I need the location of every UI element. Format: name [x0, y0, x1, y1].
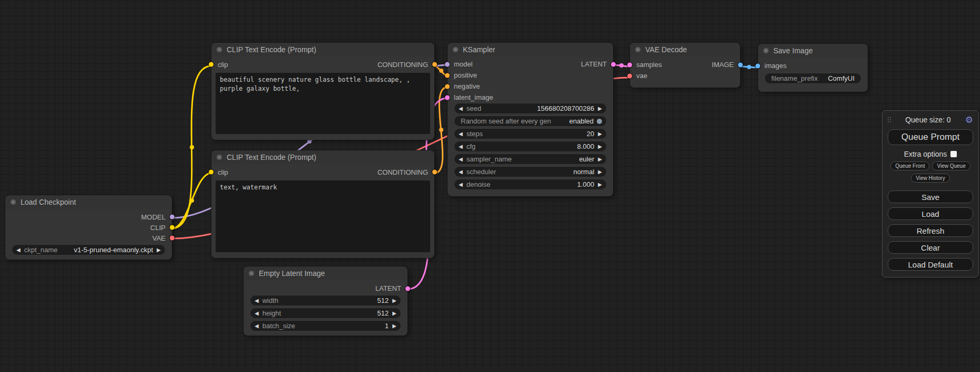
wire-midpoint-dot: [747, 65, 751, 69]
queue-front-button[interactable]: Queue Front: [890, 161, 929, 170]
widget-denoise[interactable]: ◀ denoise 1.000 ▶: [454, 179, 607, 190]
output-label-latent: LATENT: [581, 60, 607, 68]
widget-height[interactable]: ◀ height 512 ▶: [250, 308, 401, 319]
input-dot-clip[interactable]: [209, 62, 214, 67]
arrow-right-icon[interactable]: ▶: [598, 106, 602, 111]
toggle-dot[interactable]: [597, 119, 602, 124]
widget-scheduler[interactable]: ◀ scheduler normal ▶: [454, 166, 607, 177]
load-button[interactable]: Load: [888, 207, 973, 220]
input-dot-model[interactable]: [445, 62, 450, 66]
slot-row: MODEL: [5, 212, 172, 222]
output-dot-conditioning[interactable]: [432, 62, 437, 67]
input-dot-samples[interactable]: [627, 62, 632, 67]
output-dot-latent[interactable]: [611, 62, 616, 66]
node-title-bar[interactable]: KSampler: [448, 43, 613, 56]
collapse-dot[interactable]: [11, 199, 16, 205]
widget-width[interactable]: ◀ width 512 ▶: [250, 295, 401, 306]
arrow-right-icon[interactable]: ▶: [598, 169, 602, 175]
widget-control-after-generate[interactable]: Random seed after every gen enabled: [454, 116, 607, 127]
queue-prompt-button[interactable]: Queue Prompt: [888, 129, 973, 145]
node-title-bar[interactable]: Empty Latent Image: [244, 266, 407, 280]
arrow-left-icon[interactable]: ◀: [255, 323, 259, 329]
arrow-left-icon[interactable]: ◀: [459, 157, 463, 162]
output-label-vae: VAE: [152, 234, 166, 242]
widget-steps[interactable]: ◀ steps 20 ▶: [454, 128, 607, 139]
slot-row: CLIP: [5, 222, 172, 233]
input-dot-negative[interactable]: [445, 84, 450, 89]
input-dot-positive[interactable]: [445, 73, 450, 78]
arrow-left-icon[interactable]: ◀: [459, 144, 463, 149]
widget-value: normal: [574, 168, 595, 176]
arrow-right-icon[interactable]: ▶: [598, 182, 602, 187]
drag-handle-icon[interactable]: [888, 117, 889, 118]
input-dot-clip[interactable]: [209, 170, 214, 175]
output-dot-conditioning[interactable]: [432, 170, 437, 175]
widget-filename-prefix[interactable]: filename_prefix ComfyUI: [764, 73, 861, 84]
arrow-left-icon[interactable]: ◀: [459, 106, 463, 111]
positive-prompt-textarea[interactable]: beautiful scenery nature glass bottle la…: [216, 73, 430, 134]
arrow-left-icon[interactable]: ◀: [255, 298, 259, 303]
extra-options-checkbox[interactable]: [950, 151, 957, 157]
arrow-right-icon[interactable]: ▶: [598, 144, 602, 149]
view-queue-button[interactable]: View Queue: [932, 161, 970, 170]
widget-sampler-name[interactable]: ◀ sampler_name euler ▶: [454, 154, 607, 165]
arrow-right-icon[interactable]: ▶: [598, 131, 602, 137]
node-title-bar[interactable]: VAE Decode: [630, 43, 740, 56]
menu-header: Queue size: 0 ⚙: [888, 115, 973, 125]
input-dot-latent-image[interactable]: [445, 95, 450, 100]
widget-value: 512: [377, 309, 389, 317]
node-save-image[interactable]: Save Image images filename_prefix ComfyU…: [758, 44, 868, 92]
node-title-bar[interactable]: CLIP Text Encode (Prompt): [211, 43, 434, 56]
arrow-left-icon[interactable]: ◀: [255, 311, 259, 316]
collapse-dot[interactable]: [249, 271, 254, 276]
collapse-dot[interactable]: [635, 47, 641, 52]
node-empty-latent-image[interactable]: Empty Latent Image LATENT ◀ width 512 ▶ …: [244, 266, 407, 336]
output-dot-latent[interactable]: [405, 286, 410, 291]
save-button[interactable]: Save: [888, 190, 973, 203]
clear-button[interactable]: Clear: [888, 241, 973, 254]
node-clip-text-encode-negative[interactable]: CLIP Text Encode (Prompt) clip CONDITION…: [211, 150, 434, 258]
extra-options-row: Extra options: [888, 150, 973, 158]
arrow-left-icon[interactable]: ◀: [459, 131, 463, 137]
widget-value: 20: [587, 130, 594, 138]
node-title-bar[interactable]: CLIP Text Encode (Prompt): [211, 150, 434, 164]
slot-row: latent_image: [448, 92, 613, 103]
node-clip-text-encode-positive[interactable]: CLIP Text Encode (Prompt) clip CONDITION…: [211, 43, 434, 140]
graph-canvas[interactable]: Load Checkpoint MODEL CLIP VAE ◀ ckpt_na…: [0, 0, 980, 372]
wire-midpoint-dot: [307, 139, 312, 144]
output-dot-vae[interactable]: [170, 236, 174, 241]
widget-value: euler: [579, 155, 594, 163]
widget-batch-size[interactable]: ◀ batch_size 1 ▶: [250, 320, 401, 331]
widget-ckpt-name[interactable]: ◀ ckpt_name v1-5-pruned-emaonly.ckpt ▶: [12, 244, 166, 255]
input-dot-images[interactable]: [755, 63, 760, 68]
node-title-bar[interactable]: Load Checkpoint: [5, 195, 172, 209]
widget-seed[interactable]: ◀ seed 156680208700286 ▶: [454, 103, 607, 114]
collapse-dot[interactable]: [763, 48, 769, 53]
collapse-dot[interactable]: [217, 47, 222, 52]
arrow-right-icon[interactable]: ▶: [392, 298, 396, 303]
arrow-right-icon[interactable]: ▶: [157, 247, 161, 253]
input-dot-vae[interactable]: [627, 73, 632, 78]
arrow-right-icon[interactable]: ▶: [598, 157, 602, 162]
arrow-left-icon[interactable]: ◀: [459, 182, 463, 187]
widget-value: ComfyUI: [828, 74, 855, 82]
output-dot-clip[interactable]: [170, 225, 174, 230]
arrow-left-icon[interactable]: ◀: [459, 169, 463, 175]
negative-prompt-textarea[interactable]: text, watermark: [216, 180, 430, 252]
node-vae-decode[interactable]: VAE Decode samples IMAGE vae: [630, 43, 740, 88]
node-load-checkpoint[interactable]: Load Checkpoint MODEL CLIP VAE ◀ ckpt_na…: [5, 195, 172, 260]
arrow-left-icon[interactable]: ◀: [16, 247, 21, 253]
node-ksampler[interactable]: KSampler model LATENT positive negative …: [448, 43, 613, 196]
collapse-dot[interactable]: [453, 47, 458, 52]
refresh-button[interactable]: Refresh: [888, 224, 973, 237]
collapse-dot[interactable]: [217, 155, 222, 160]
view-history-button[interactable]: View History: [911, 174, 949, 183]
arrow-right-icon[interactable]: ▶: [392, 311, 396, 316]
load-default-button[interactable]: Load Default: [888, 258, 973, 271]
output-dot-image[interactable]: [738, 62, 743, 67]
output-dot-model[interactable]: [170, 215, 174, 220]
gear-icon[interactable]: ⚙: [965, 115, 973, 125]
widget-cfg[interactable]: ◀ cfg 8.000 ▶: [454, 141, 607, 152]
arrow-right-icon[interactable]: ▶: [392, 323, 396, 329]
node-title-bar[interactable]: Save Image: [758, 44, 868, 58]
